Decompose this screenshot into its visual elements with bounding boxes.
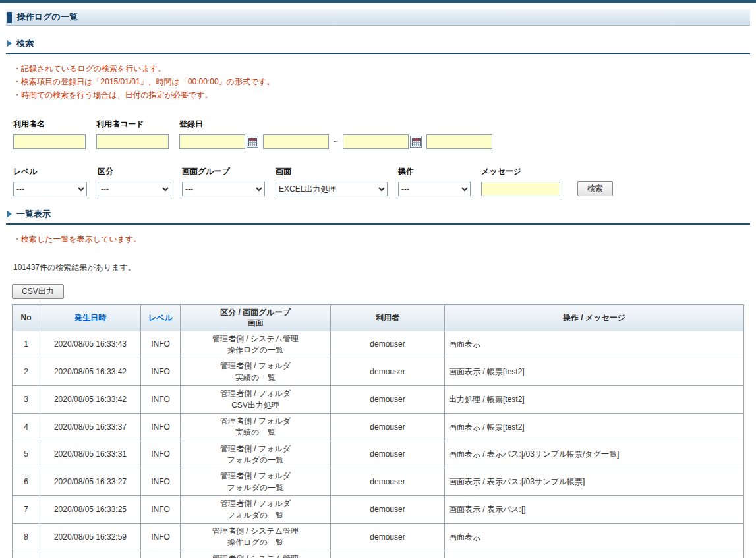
log-table: No 発生日時 レベル 区分 / 画面グループ 画面 利用者 操作 / メッセー… xyxy=(12,304,744,558)
screen-select[interactable]: EXCEL出力処理 xyxy=(276,182,388,196)
level-label: レベル xyxy=(13,166,87,177)
cell-category-line2: 実績の一覧 xyxy=(185,372,326,383)
cell-no: 6 xyxy=(13,468,40,496)
range-separator: ~ xyxy=(334,137,338,146)
cell-category-line1: 管理者側 / フォルダ xyxy=(185,443,326,455)
user-code-input[interactable] xyxy=(96,134,169,149)
cell-datetime: 2020/08/05 16:33:27 xyxy=(40,468,141,496)
cell-level: INFO xyxy=(141,496,181,524)
reg-date-to-input[interactable] xyxy=(343,134,409,149)
cell-no: 2 xyxy=(13,358,40,386)
cell-level: INFO xyxy=(141,413,181,441)
cell-category-line1: 管理者側 / フォルダ xyxy=(185,416,326,427)
table-row: 5 2020/08/05 16:33:31 INFO 管理者側 / フォルダ フ… xyxy=(13,441,744,468)
title-bar: 操作ログの一覧 xyxy=(6,9,750,26)
cell-category-line1: 管理者側 / フォルダ xyxy=(185,498,326,509)
search-button[interactable]: 検索 xyxy=(577,181,613,196)
cell-no: 1 xyxy=(13,331,40,358)
cell-category: 管理者側 / フォルダ フォルダの一覧 xyxy=(181,441,331,468)
cell-operation: 画面表示 / 帳票[test2] xyxy=(445,413,744,441)
table-row: 4 2020/08/05 16:33:37 INFO 管理者側 / フォルダ 実… xyxy=(13,413,744,441)
cell-category-line1: 管理者側 / フォルダ xyxy=(185,470,326,482)
search-instructions: ・記録されているログの検索を行います。 ・検索項目の登録日は「2015/01/0… xyxy=(13,63,756,101)
cell-category-line1: 管理者側 / システム管理 xyxy=(185,553,326,558)
triangle-icon xyxy=(7,211,12,217)
cell-user: demouser xyxy=(331,386,445,414)
category-label: 区分 xyxy=(98,166,171,177)
list-section-title: 一覧表示 xyxy=(16,208,51,220)
cell-category-line1: 管理者側 / システム管理 xyxy=(185,526,326,537)
cell-category: 管理者側 / システム管理 操作ログの一覧 xyxy=(181,331,331,358)
top-strip xyxy=(0,0,756,3)
reg-time-from-input[interactable] xyxy=(263,134,329,149)
cell-category-line1: 管理者側 / フォルダ xyxy=(185,388,326,399)
cell-datetime: 2020/08/05 16:33:42 xyxy=(40,358,141,386)
screen-group-select[interactable]: --- xyxy=(182,182,265,196)
cell-category-line2: フォルダの一覧 xyxy=(185,482,326,493)
cell-no: 8 xyxy=(13,524,40,551)
search-form: 利用者名 利用者コード 登録日 xyxy=(13,119,756,196)
cell-category: 管理者側 / システム管理 操作ログの一覧 xyxy=(181,524,331,551)
calendar-from-button[interactable] xyxy=(247,136,258,148)
cell-user: demouser xyxy=(331,358,445,386)
operation-label: 操作 xyxy=(398,166,471,177)
search-section-header: 検索 xyxy=(6,38,750,54)
cell-operation: 画面表示 / 表示パス:[/03サンプル帳票/タグ一覧] xyxy=(445,441,744,468)
col-user: 利用者 xyxy=(331,305,445,331)
title-marker-icon xyxy=(7,12,12,23)
cell-no: 4 xyxy=(13,413,40,441)
cell-no: 7 xyxy=(13,496,40,524)
table-row: 9 2020/08/05 16:32:58 INFO 管理者側 / システム管理… xyxy=(13,551,744,558)
instruction-line: ・検索した一覧を表示しています。 xyxy=(13,233,756,246)
cell-user: demouser xyxy=(331,441,445,468)
cell-level: INFO xyxy=(141,358,181,386)
reg-time-to-input[interactable] xyxy=(426,134,492,149)
message-input[interactable] xyxy=(481,182,560,196)
table-row: 1 2020/08/05 16:33:43 INFO 管理者側 / システム管理… xyxy=(13,331,744,358)
col-operation: 操作 / メッセージ xyxy=(445,305,744,331)
cell-datetime: 2020/08/05 16:33:42 xyxy=(40,386,141,414)
cell-level: INFO xyxy=(141,551,181,558)
search-section-title: 検索 xyxy=(16,38,34,49)
col-no: No xyxy=(13,305,40,331)
cell-operation: 画面表示 xyxy=(445,331,744,358)
list-instructions: ・検索した一覧を表示しています。 xyxy=(13,233,756,246)
cell-category: 管理者側 / フォルダ 実績の一覧 xyxy=(181,358,331,386)
reg-date-label: 登録日 xyxy=(179,119,492,130)
cell-category: 管理者側 / フォルダ フォルダの一覧 xyxy=(181,496,331,524)
calendar-icon xyxy=(248,138,257,146)
cell-operation: 出力処理 / 帳票[test2] xyxy=(445,386,744,414)
sort-level-link[interactable]: レベル xyxy=(148,313,173,322)
cell-user: demouser xyxy=(331,524,445,551)
page-title: 操作ログの一覧 xyxy=(17,11,78,23)
cell-category-line2: 操作ログの一覧 xyxy=(185,345,326,356)
user-name-input[interactable] xyxy=(13,134,86,149)
cell-datetime: 2020/08/05 16:32:58 xyxy=(40,551,141,558)
cell-datetime: 2020/08/05 16:33:25 xyxy=(40,496,141,524)
cell-level: INFO xyxy=(141,331,181,358)
reg-date-from-input[interactable] xyxy=(179,134,245,149)
sort-datetime-link[interactable]: 発生日時 xyxy=(74,313,106,322)
cell-user: demouser xyxy=(331,413,445,441)
cell-user: demouser xyxy=(331,496,445,524)
csv-export-button[interactable]: CSV出力 xyxy=(12,284,64,299)
cell-no: 5 xyxy=(13,441,40,468)
category-select[interactable]: --- xyxy=(98,182,171,196)
level-select[interactable]: --- xyxy=(13,182,87,196)
calendar-to-button[interactable] xyxy=(410,136,422,148)
user-code-label: 利用者コード xyxy=(96,119,169,130)
cell-level: INFO xyxy=(141,468,181,496)
table-row: 3 2020/08/05 16:33:42 INFO 管理者側 / フォルダ C… xyxy=(13,386,744,414)
cell-user: demouser xyxy=(331,551,445,558)
operation-select[interactable]: --- xyxy=(398,182,471,196)
col-category-line2: 画面 xyxy=(183,318,328,328)
cell-user: demouser xyxy=(331,331,445,358)
cell-level: INFO xyxy=(141,386,181,414)
list-section-header: 一覧表示 xyxy=(6,208,750,225)
table-row: 2 2020/08/05 16:33:42 INFO 管理者側 / フォルダ 実… xyxy=(13,358,744,386)
cell-category: 管理者側 / フォルダ フォルダの一覧 xyxy=(181,468,331,496)
cell-category-line1: 管理者側 / システム管理 xyxy=(185,333,326,345)
col-level: レベル xyxy=(141,305,181,331)
cell-category-line2: 実績の一覧 xyxy=(185,427,326,438)
cell-category: 管理者側 / システム管理 操作ログの一覧 xyxy=(181,551,331,558)
